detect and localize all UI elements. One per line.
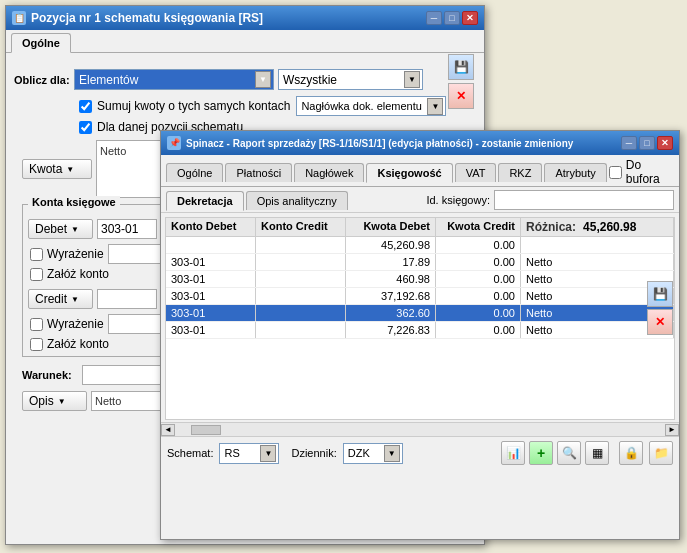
kwota-dropdown[interactable]: Kwota ▼ (22, 159, 92, 179)
search-icon: 🔍 (562, 446, 577, 460)
win1-delete-btn[interactable]: ✕ (448, 83, 474, 109)
combo-wszystkie-box[interactable]: Wszystkie ▼ (278, 69, 423, 90)
lock-btn[interactable]: 🔒 (619, 441, 643, 465)
do-bufora-checkbox[interactable] (609, 166, 622, 179)
schemat-combo[interactable]: RS ▼ (219, 443, 279, 464)
combo-wszystkie[interactable]: Wszystkie ▼ (278, 69, 423, 90)
win2-action-btns: 💾 ✕ (647, 281, 673, 335)
td-qd-1: 17.89 (346, 254, 436, 270)
add-btn[interactable]: + (529, 441, 553, 465)
maximize-btn-2[interactable]: □ (639, 136, 655, 150)
id-kseigowy-label: Id. księgowy: (426, 194, 490, 206)
tab-ogolne-2[interactable]: Ogólne (166, 163, 223, 182)
win2-delete-btn[interactable]: ✕ (647, 309, 673, 335)
scrollbar-thumb[interactable] (191, 425, 221, 435)
dziennik-combo-box[interactable]: DZK ▼ (343, 443, 403, 464)
maximize-btn-1[interactable]: □ (444, 11, 460, 25)
sumuj-checkbox[interactable] (79, 100, 92, 113)
minimize-btn-1[interactable]: ─ (426, 11, 442, 25)
td-kc-1 (256, 254, 346, 270)
danej-checkbox[interactable] (79, 121, 92, 134)
warunek-label: Warunek: (22, 369, 82, 381)
debet-input[interactable] (97, 219, 157, 239)
window-title-1: Pozycja nr 1 schematu księgowania [RS] (31, 11, 424, 25)
td-qd-5: 7,226.83 (346, 322, 436, 338)
table-row-0[interactable]: 45,260.98 0.00 (166, 237, 674, 254)
combo-elementy-arrow[interactable]: ▼ (255, 71, 271, 88)
table-area: Konto Debet Konto Credit Kwota Debet Kwo… (165, 217, 675, 420)
tab-bar-1: Ogólne (6, 30, 484, 53)
table-row-4[interactable]: 303-01 362.60 0.00 Netto (166, 305, 674, 322)
tab-naglowek[interactable]: Nagłówek (294, 163, 364, 182)
search-btn[interactable]: 🔍 (557, 441, 581, 465)
td-kd-1: 303-01 (166, 254, 256, 270)
bottom-icon-btns: 📊 + 🔍 ▦ (501, 441, 609, 465)
do-bufora-container: Do bufora (609, 158, 674, 186)
schemat-label: Schemat: (167, 447, 213, 459)
tab-vat[interactable]: VAT (455, 163, 497, 182)
table-row-3[interactable]: 303-01 37,192.68 0.00 Netto (166, 288, 674, 305)
table-row-5[interactable]: 303-01 7,226.83 0.00 Netto (166, 322, 674, 339)
zaloz1-checkbox[interactable] (30, 268, 43, 281)
id-kseigowy-row: Id. księgowy: (426, 190, 674, 210)
tab-ogolne-1[interactable]: Ogólne (11, 33, 71, 53)
table-header: Konto Debet Konto Credit Kwota Debet Kwo… (166, 218, 674, 237)
col-diff: Różnica: 45,260.98 (521, 218, 674, 236)
table-row-2[interactable]: 303-01 460.98 0.00 Netto (166, 271, 674, 288)
combo-naglowka[interactable]: Nagłówka dok. elementu ▼ (296, 96, 446, 116)
wyrazenie2-checkbox[interactable] (30, 318, 43, 331)
combo-naglowka-arrow[interactable]: ▼ (427, 98, 443, 115)
combo-elementy-box[interactable]: Elementów ▼ (74, 69, 274, 90)
minimize-btn-2[interactable]: ─ (621, 136, 637, 150)
scroll-right-btn[interactable]: ► (665, 424, 679, 436)
window-title-2: Spinacz - Raport sprzedaży [RS-1/16/S1/1… (186, 138, 619, 149)
scroll-left-btn[interactable]: ◄ (161, 424, 175, 436)
td-qc-1: 0.00 (436, 254, 521, 270)
win2-save-btn[interactable]: 💾 (647, 281, 673, 307)
zaloz2-checkbox[interactable] (30, 338, 43, 351)
tab-ksiegowosc[interactable]: Księgowość (366, 163, 452, 183)
td-qc-3: 0.00 (436, 288, 521, 304)
grid-btn[interactable]: ▦ (585, 441, 609, 465)
td-kd-0 (166, 237, 256, 253)
win1-save-btn[interactable]: 💾 (448, 54, 474, 80)
combo-elementy[interactable]: Elementów ▼ (74, 69, 274, 90)
close-btn-1[interactable]: ✕ (462, 11, 478, 25)
combo-wszystkie-arrow[interactable]: ▼ (404, 71, 420, 88)
schemat-arrow[interactable]: ▼ (260, 445, 276, 462)
delete-icon-1: ✕ (456, 89, 466, 103)
id-kseigowy-input[interactable] (494, 190, 674, 210)
tab-bar-2: Ogólne Płatności Nagłówek Księgowość VAT… (161, 155, 679, 187)
debet-dropdown[interactable]: Debet ▼ (28, 219, 93, 239)
credit-dropdown[interactable]: Credit ▼ (28, 289, 93, 309)
credit-input[interactable] (97, 289, 157, 309)
td-qd-3: 37,192.68 (346, 288, 436, 304)
tab-atrybuty[interactable]: Atrybuty (544, 163, 606, 182)
window-icon-2: 📌 (167, 136, 181, 150)
horizontal-scrollbar[interactable]: ◄ ► (161, 422, 679, 436)
wyrazenie1-checkbox[interactable] (30, 248, 43, 261)
td-kc-2 (256, 271, 346, 287)
bar-chart-btn[interactable]: 📊 (501, 441, 525, 465)
folder-icon: 📁 (654, 446, 669, 460)
tab-platnosci[interactable]: Płatności (225, 163, 292, 182)
combo-naglowka-box[interactable]: Nagłówka dok. elementu ▼ (296, 96, 446, 116)
wyrazenie2-label: Wyrażenie (47, 317, 104, 331)
tab-dekretacja[interactable]: Dekretacja (166, 191, 244, 211)
close-btn-2[interactable]: ✕ (657, 136, 673, 150)
td-kd-3: 303-01 (166, 288, 256, 304)
table-row-1[interactable]: 303-01 17.89 0.00 Netto (166, 254, 674, 271)
td-qc-2: 0.00 (436, 271, 521, 287)
tab-opis-analityczny[interactable]: Opis analityczny (246, 191, 348, 210)
folder-btn[interactable]: 📁 (649, 441, 673, 465)
dziennik-arrow[interactable]: ▼ (384, 445, 400, 462)
opis-dropdown[interactable]: Opis ▼ (22, 391, 87, 411)
plus-icon: + (537, 445, 545, 461)
schemat-combo-box[interactable]: RS ▼ (219, 443, 279, 464)
credit-arrow: ▼ (71, 295, 79, 304)
zaloz1-label: Załóż konto (47, 267, 109, 281)
wyrazenie1-label: Wyrażenie (47, 247, 104, 261)
win1-action-btns: 💾 ✕ (448, 54, 474, 109)
dziennik-combo[interactable]: DZK ▼ (343, 443, 403, 464)
tab-rkz[interactable]: RKZ (498, 163, 542, 182)
